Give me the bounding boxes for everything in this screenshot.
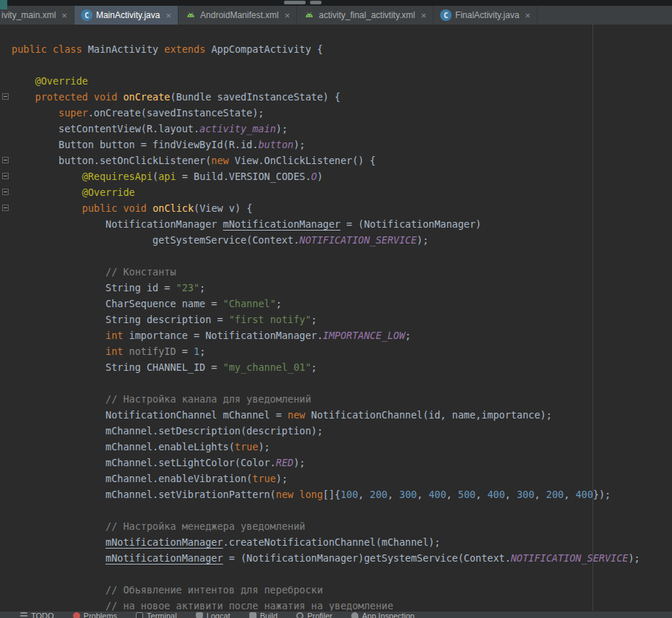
build-icon — [249, 612, 257, 618]
statusbar-item-profiler[interactable]: Profiler — [296, 612, 332, 618]
editor-tab-bar: ivity_main.xml×CMainActivity.java×Androi… — [0, 6, 672, 25]
code-token: String CHANNEL_ID = — [12, 361, 223, 373]
code-token — [47, 43, 53, 55]
code-token: ); — [417, 234, 428, 246]
editor-tab-ivity-main-xml[interactable]: ivity_main.xml× — [0, 6, 74, 25]
code-token: // Настройка канала для уведомлений — [105, 393, 311, 405]
code-line: String description = "first notify"; — [12, 312, 640, 327]
code-token: ); — [276, 123, 288, 134]
fold-marker-icon[interactable] — [2, 189, 9, 195]
statusbar-item-logcat[interactable]: Logcat — [196, 612, 231, 618]
code-token: MainActivity — [82, 43, 165, 55]
code-line: @Override — [12, 73, 640, 89]
editor-tab-activity-final-activtity-xml[interactable]: activity_final_activtity.xml× — [297, 6, 434, 25]
code-token: // Обьявление интентов для переброски — [105, 584, 323, 596]
code-token — [12, 600, 105, 611]
close-tab-icon[interactable]: × — [165, 11, 171, 20]
code-line: mChannel.setDescription(description); — [12, 423, 640, 439]
code-token: setContentView(R.layout. — [12, 123, 199, 134]
code-token: NotificationChannel(id, name,importance)… — [305, 409, 551, 421]
code-line: mChannel.enableLights(true); — [12, 439, 640, 455]
code-line — [12, 57, 640, 73]
status-bar: TODOProblemsTerminalLogcatBuildProfilerA… — [0, 611, 672, 618]
code-token: = — [176, 346, 194, 357]
statusbar-item-todo[interactable]: TODO — [20, 612, 54, 618]
code-line: NotificationChannel mChannel = new Notif… — [12, 407, 640, 423]
code-line: @RequiresApi(api = Build.VERSION_CODES.O… — [12, 168, 640, 184]
code-token: "my_channel_01" — [223, 361, 311, 373]
code-token: ; — [311, 314, 317, 325]
code-token: "first notify" — [229, 314, 311, 325]
tab-label: FinalActivity.java — [455, 10, 519, 20]
toolbar-widget-cropped[interactable] — [310, 1, 322, 4]
code-token: // Константы — [105, 266, 176, 278]
code-token: @RequiresApi — [82, 171, 153, 182]
editor-tab-androidmanifest-xml[interactable]: AndroidManifest.xml× — [178, 6, 297, 25]
code-token: }); — [593, 489, 611, 500]
statusbar-item-build[interactable]: Build — [249, 612, 277, 618]
toolbar-widget-cropped[interactable] — [284, 1, 306, 4]
code-token: // Настройка менеджера уведомлений — [105, 520, 305, 532]
code-token: "Channel" — [223, 298, 276, 309]
fold-marker-icon[interactable] — [2, 93, 9, 100]
code-line: String CHANNEL_ID = "my_channel_01"; — [12, 359, 640, 375]
close-tab-icon[interactable]: × — [285, 11, 290, 20]
code-token: 1 — [194, 346, 199, 357]
fold-marker-icon[interactable] — [2, 205, 9, 211]
code-token: button — [258, 139, 293, 150]
close-tab-icon[interactable]: × — [525, 11, 531, 20]
statusbar-item-problems[interactable]: Problems — [73, 612, 117, 618]
code-token: Button button = findViewById(R.id. — [12, 139, 258, 150]
code-token — [12, 552, 105, 564]
code-token: mChannel.enableLights( — [12, 441, 235, 452]
close-tab-icon[interactable]: × — [421, 11, 427, 20]
code-token — [12, 91, 35, 103]
code-token: new — [211, 155, 228, 166]
code-token: public — [82, 202, 118, 214]
code-line: // на новое активити после нажатия на ув… — [12, 598, 640, 611]
code-token: "23" — [176, 282, 200, 293]
code-token: NOTIFICATION_SERVICE — [299, 234, 417, 246]
code-token: class — [53, 43, 82, 55]
code-token: = (NotificationManager)getSystemService(… — [223, 552, 511, 564]
code-token: long — [299, 489, 323, 500]
code-line: public class MainActivity extends AppCom… — [12, 41, 640, 57]
inspection-icon — [351, 612, 358, 618]
profiler-icon — [296, 612, 303, 618]
logcat-icon — [196, 612, 203, 618]
statusbar-item-terminal[interactable]: Terminal — [136, 612, 177, 618]
code-token: RED — [276, 457, 293, 468]
close-tab-icon[interactable]: × — [61, 11, 67, 20]
editor-tab-mainactivity-java[interactable]: CMainActivity.java× — [74, 6, 178, 25]
tab-label: AndroidManifest.xml — [200, 10, 279, 20]
code-token: NotificationManager — [12, 218, 223, 230]
code-token: []{ — [323, 489, 340, 500]
code-token: View.OnClickListener() { — [229, 155, 376, 166]
code-line: protected void onCreate(Bundle savedInst… — [12, 89, 640, 105]
fold-marker-icon[interactable] — [2, 173, 9, 179]
code-token: , — [564, 489, 575, 500]
status-bar-items: TODOProblemsTerminalLogcatBuildProfilerA… — [0, 611, 672, 618]
statusbar-item-app-inspection[interactable]: App Inspection — [351, 612, 415, 618]
tab-label: MainActivity.java — [96, 10, 160, 20]
code-token: protected — [35, 91, 88, 103]
code-token: int — [105, 346, 123, 357]
code-token: 500 — [458, 489, 475, 500]
android-file-icon — [185, 9, 197, 21]
code-token — [12, 393, 105, 405]
code-token: 200 — [370, 489, 387, 500]
code-token — [12, 346, 105, 357]
code-line — [12, 502, 640, 518]
code-token: button.setOnClickListener( — [12, 155, 211, 166]
code-editor[interactable]: public class MainActivity extends AppCom… — [0, 25, 672, 611]
editor-tab-finalactivity-java[interactable]: CFinalActivity.java× — [434, 6, 538, 25]
code-token: int — [105, 330, 123, 341]
code-token: NOTIFICATION_SERVICE — [511, 552, 629, 564]
code-line: NotificationManager mNotificationManager… — [12, 216, 640, 232]
fold-marker-icon[interactable] — [2, 157, 9, 163]
statusbar-label: Terminal — [147, 612, 177, 618]
code-token — [12, 186, 82, 198]
editor-gutter — [0, 25, 11, 611]
code-token: extends — [164, 43, 205, 55]
code-token — [12, 330, 105, 341]
